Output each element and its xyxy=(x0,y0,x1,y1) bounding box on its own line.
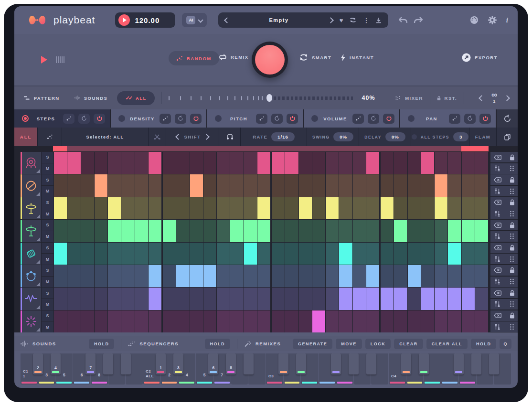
step-cell[interactable] xyxy=(108,220,121,242)
expand-corner-icon[interactable] xyxy=(36,260,40,264)
remix-q-button[interactable]: Q xyxy=(500,339,511,349)
step-cell[interactable] xyxy=(257,243,270,265)
step-cell[interactable] xyxy=(176,197,189,219)
tab-power-icon[interactable] xyxy=(383,114,394,124)
tab-pan[interactable]: PAN xyxy=(400,109,496,128)
step-cell[interactable] xyxy=(95,174,107,196)
step-cell[interactable] xyxy=(435,310,447,332)
track-icon-cell-hihat[interactable] xyxy=(21,197,41,219)
step-cell[interactable] xyxy=(475,174,488,196)
drag-handle-button[interactable] xyxy=(505,186,518,196)
step-cell[interactable] xyxy=(176,265,189,287)
mute-button[interactable]: M xyxy=(42,186,53,197)
smart-button[interactable]: SMART xyxy=(300,54,331,61)
all-tracks-button[interactable]: ALL xyxy=(14,128,38,146)
main-trigger-button[interactable] xyxy=(252,42,288,78)
track-icon-cell-kick[interactable] xyxy=(21,152,41,174)
step-cell[interactable] xyxy=(326,265,339,287)
step-cell[interactable] xyxy=(475,310,488,332)
step-cell[interactable] xyxy=(299,243,312,265)
track-icon-cell-shaker[interactable] xyxy=(21,243,41,265)
step-cell[interactable] xyxy=(257,220,270,242)
step-cell[interactable] xyxy=(190,152,203,174)
step-cell[interactable] xyxy=(190,243,203,265)
remix-move-button[interactable]: MOVE xyxy=(336,339,362,349)
step-cell[interactable] xyxy=(408,220,421,242)
step-cell[interactable] xyxy=(353,220,366,242)
step-cell[interactable] xyxy=(366,265,379,287)
step-cell[interactable] xyxy=(272,265,285,287)
black-key[interactable]: 3 xyxy=(173,353,183,374)
step-cell[interactable] xyxy=(190,197,203,219)
tab-radio-icon[interactable] xyxy=(118,115,125,122)
step-cell[interactable] xyxy=(135,288,148,310)
shift-track-button[interactable] xyxy=(490,299,505,310)
cut-steps-button[interactable] xyxy=(149,128,166,146)
lock-track-button[interactable] xyxy=(505,265,518,276)
step-cell[interactable] xyxy=(95,220,107,242)
loop-count[interactable]: ∞ 1 xyxy=(491,93,497,104)
step-cell[interactable] xyxy=(462,288,475,310)
step-cell[interactable] xyxy=(54,288,67,310)
step-cell[interactable] xyxy=(149,197,161,219)
step-cell[interactable] xyxy=(81,197,94,219)
step-cell[interactable] xyxy=(272,310,285,332)
step-cell[interactable] xyxy=(230,310,243,332)
black-key[interactable]: 4 xyxy=(51,353,61,374)
black-key[interactable] xyxy=(278,353,288,374)
step-cell[interactable] xyxy=(421,310,434,332)
step-cell[interactable] xyxy=(312,288,325,310)
mute-button[interactable]: M xyxy=(42,231,53,242)
step-cell[interactable] xyxy=(353,288,366,310)
remix-clear-all-button[interactable]: CLEAR ALL xyxy=(426,339,468,349)
step-cell[interactable] xyxy=(435,288,447,310)
lock-track-button[interactable] xyxy=(505,310,518,321)
step-cell[interactable] xyxy=(421,174,434,196)
step-cell[interactable] xyxy=(54,220,67,242)
preset-next-icon[interactable] xyxy=(328,17,334,23)
step-cell[interactable] xyxy=(149,152,161,174)
step-cell[interactable] xyxy=(448,174,461,196)
step-cell[interactable] xyxy=(462,310,475,332)
step-cell[interactable] xyxy=(135,243,148,265)
step-cell[interactable] xyxy=(67,197,80,219)
step-cell[interactable] xyxy=(272,288,285,310)
step-cell[interactable] xyxy=(339,288,352,310)
step-cell[interactable] xyxy=(230,197,243,219)
step-cell[interactable] xyxy=(394,310,407,332)
midi-icon[interactable] xyxy=(470,16,479,24)
tab-refresh-icon[interactable] xyxy=(271,114,283,124)
tab-power-icon[interactable] xyxy=(479,114,491,124)
shift-track-button[interactable] xyxy=(490,186,505,196)
step-cell[interactable] xyxy=(421,197,434,219)
track-icon-cell-synth[interactable] xyxy=(21,288,41,310)
pattern-tab-label[interactable]: PATTERN xyxy=(34,96,60,101)
shift-left-icon[interactable] xyxy=(175,134,181,140)
mute-button[interactable]: M xyxy=(42,277,53,288)
step-cell[interactable] xyxy=(163,310,176,332)
step-cell[interactable] xyxy=(353,310,366,332)
step-cell[interactable] xyxy=(217,288,230,310)
delay-value[interactable]: 0% xyxy=(385,132,405,141)
tab-randomize-icon[interactable] xyxy=(352,114,364,124)
step-cell[interactable] xyxy=(326,310,339,332)
step-cell[interactable] xyxy=(176,288,189,310)
step-cell[interactable] xyxy=(95,197,107,219)
step-cell[interactable] xyxy=(475,197,488,219)
remix-button[interactable]: REMIX xyxy=(219,54,249,60)
step-cell[interactable] xyxy=(339,310,352,332)
step-cell[interactable] xyxy=(190,288,203,310)
step-cell[interactable] xyxy=(448,152,461,174)
flam-button[interactable]: FLAM xyxy=(469,128,497,146)
step-cell[interactable] xyxy=(108,243,121,265)
step-cell[interactable] xyxy=(190,310,203,332)
step-cell[interactable] xyxy=(121,174,134,196)
step-cell[interactable] xyxy=(149,243,161,265)
step-cell[interactable] xyxy=(366,243,379,265)
step-cell[interactable] xyxy=(108,152,121,174)
step-cell[interactable] xyxy=(408,174,421,196)
step-cell[interactable] xyxy=(312,197,325,219)
step-cell[interactable] xyxy=(95,310,107,332)
step-cell[interactable] xyxy=(462,197,475,219)
expand-corner-icon[interactable] xyxy=(36,169,40,173)
